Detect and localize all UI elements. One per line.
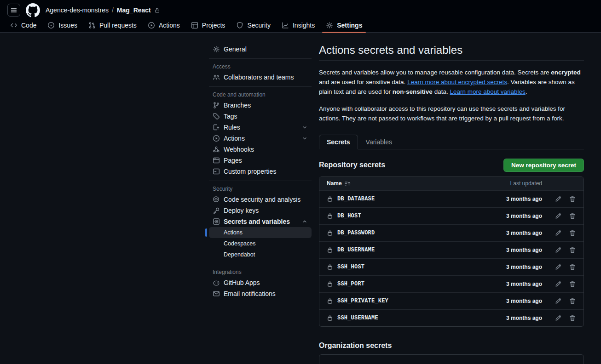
pencil-icon	[555, 280, 562, 288]
header-top: Agence-des-monstres / Mag_React	[0, 0, 601, 17]
secrets-variables-tabnav: Secrets Variables	[319, 135, 584, 149]
tab-secrets[interactable]: Secrets	[319, 135, 358, 149]
secret-name: DB_HOST	[337, 213, 361, 219]
sidebar-subitem-actions[interactable]: Actions	[209, 227, 312, 238]
sidebar-section-access: Access	[209, 63, 312, 71]
sidebar-divider	[209, 264, 312, 264]
sidebar-item-rules[interactable]: Rules	[209, 122, 312, 133]
edit-secret-button[interactable]	[555, 195, 562, 203]
secret-name: SSH_PORT	[337, 281, 364, 287]
edit-secret-button[interactable]	[555, 297, 562, 305]
sidebar-section-security: Security	[209, 185, 312, 193]
lock-icon	[327, 230, 333, 236]
sidebar-item-webhooks[interactable]: Webhooks	[209, 144, 312, 155]
delete-secret-button[interactable]	[569, 229, 576, 237]
sidebar-item-branches[interactable]: Branches	[209, 100, 312, 111]
sidebar-item-actions[interactable]: Actions	[209, 133, 312, 144]
trash-icon	[569, 263, 576, 271]
delete-secret-button[interactable]	[569, 314, 576, 322]
sidebar-item-general[interactable]: General	[209, 44, 312, 55]
new-repository-secret-button[interactable]: New repository secret	[503, 159, 584, 172]
sidebar-subitem-dependabot[interactable]: Dependabot	[209, 249, 312, 260]
breadcrumb-owner-link[interactable]: Agence-des-monstres	[46, 6, 109, 14]
lock-icon	[327, 247, 333, 253]
github-logo[interactable]	[26, 3, 40, 17]
sidebar-item-email-notifications[interactable]: Email notifications	[209, 288, 312, 299]
browser-icon	[213, 157, 220, 164]
tab-actions[interactable]: Actions	[144, 18, 184, 32]
tab-security[interactable]: Security	[232, 18, 274, 32]
organization-secrets-heading: Organization secrets	[319, 341, 584, 350]
private-repo-lock-icon	[154, 7, 160, 13]
tab-issues[interactable]: Issues	[44, 18, 81, 32]
delete-secret-button[interactable]	[569, 195, 576, 203]
table-row: DB_USERNAME 3 months ago	[319, 241, 584, 258]
sidebar-item-deploy-keys[interactable]: Deploy keys	[209, 205, 312, 216]
trash-icon	[569, 229, 576, 237]
sidebar-item-collaborators[interactable]: Collaborators and teams	[209, 72, 312, 83]
sidebar-section-integrations: Integrations	[209, 268, 312, 276]
delete-secret-button[interactable]	[569, 297, 576, 305]
delete-secret-button[interactable]	[569, 280, 576, 288]
delete-secret-button[interactable]	[569, 263, 576, 271]
tab-code[interactable]: Code	[6, 18, 40, 32]
title-divider	[319, 60, 584, 61]
sidebar-divider	[209, 86, 312, 87]
chevron-down-icon	[301, 135, 308, 142]
issue-opened-icon	[47, 22, 55, 29]
sidebar-item-github-apps[interactable]: GitHub Apps	[209, 277, 312, 288]
secret-name: SSH_USERNAME	[337, 315, 378, 321]
learn-more-variables-link[interactable]: Learn more about variables	[450, 88, 525, 95]
table-row: DB_HOST 3 months ago	[319, 207, 584, 224]
tab-projects[interactable]: Projects	[187, 18, 229, 32]
sidebar-item-secrets-and-variables[interactable]: Secrets and variables	[209, 216, 312, 227]
delete-secret-button[interactable]	[569, 246, 576, 254]
global-menu-button[interactable]	[7, 4, 20, 17]
sidebar-item-tags[interactable]: Tags	[209, 111, 312, 122]
table-row: DB_PASSWORD 3 months ago	[319, 224, 584, 241]
secret-name: DB_DATABASE	[337, 196, 375, 202]
trash-icon	[569, 246, 576, 254]
settings-sidebar: General Access Collaborators and teams C…	[207, 44, 312, 299]
pencil-icon	[555, 246, 562, 254]
chevron-up-icon	[301, 218, 308, 225]
edit-secret-button[interactable]	[555, 212, 562, 220]
breadcrumb-separator: /	[112, 6, 114, 14]
trash-icon	[569, 280, 576, 288]
pencil-icon	[555, 314, 562, 322]
sidebar-item-pages[interactable]: Pages	[209, 155, 312, 166]
edit-secret-button[interactable]	[555, 314, 562, 322]
column-last-updated-label: Last updated	[496, 180, 542, 187]
git-pull-request-icon	[88, 22, 96, 29]
trash-icon	[569, 297, 576, 305]
repository-secrets-table: Name Last updated DB_DATABASE 3 months a…	[319, 176, 584, 327]
tab-variables[interactable]: Variables	[358, 135, 400, 149]
breadcrumb-repo-link[interactable]: Mag_React	[117, 6, 151, 14]
learn-more-secrets-link[interactable]: Learn more about encrypted secrets	[407, 79, 507, 85]
table-header: Name Last updated	[319, 177, 584, 190]
sidebar-item-code-security[interactable]: Code security and analysis	[209, 194, 312, 205]
tab-insights[interactable]: Insights	[278, 18, 318, 32]
delete-secret-button[interactable]	[569, 212, 576, 220]
tab-settings[interactable]: Settings	[322, 18, 366, 32]
lock-icon	[327, 213, 333, 219]
pencil-icon	[555, 212, 562, 220]
edit-secret-button[interactable]	[555, 263, 562, 271]
edit-secret-button[interactable]	[555, 229, 562, 237]
mail-icon	[213, 290, 220, 297]
repo-nav: Code Issues Pull requests Actions Projec…	[0, 17, 601, 32]
edit-secret-button[interactable]	[555, 246, 562, 254]
sidebar-section-code-automation: Code and automation	[209, 91, 312, 99]
sidebar-item-custom-properties[interactable]: Custom properties	[209, 166, 312, 177]
git-branch-icon	[213, 102, 220, 109]
breadcrumb: Agence-des-monstres / Mag_React	[46, 6, 160, 14]
page-title: Actions secrets and variables	[319, 44, 584, 60]
sort-ascending-icon[interactable]	[344, 180, 351, 187]
edit-secret-button[interactable]	[555, 280, 562, 288]
sidebar-subitem-codespaces[interactable]: Codespaces	[209, 238, 312, 249]
table-row: SSH_PORT 3 months ago	[319, 275, 584, 292]
tab-pull-requests[interactable]: Pull requests	[85, 18, 140, 32]
secret-updated: 3 months ago	[496, 213, 542, 219]
app-header: Agence-des-monstres / Mag_React Code Iss…	[0, 0, 601, 33]
gear-icon	[326, 22, 333, 29]
